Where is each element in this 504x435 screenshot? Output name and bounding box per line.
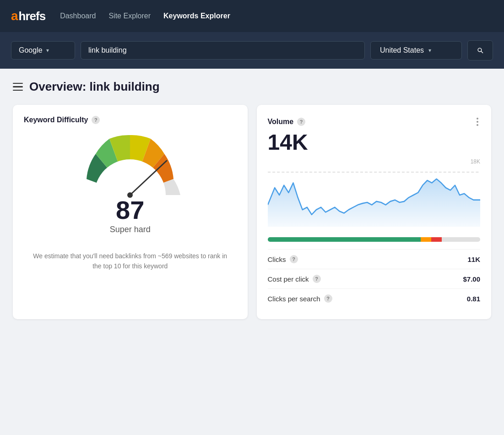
volume-card: Volume ? 14K 18K bbox=[257, 105, 492, 319]
volume-help-icon[interactable]: ? bbox=[297, 118, 305, 126]
page-title: Overview: link building bbox=[29, 80, 160, 94]
cards-row: Keyword Difficulty ? bbox=[13, 105, 491, 319]
kd-description: We estimate that you'll need backlinks f… bbox=[24, 251, 237, 272]
nav-dashboard[interactable]: Dashboard bbox=[60, 12, 96, 20]
progress-red bbox=[431, 237, 442, 242]
cpc-help-icon[interactable]: ? bbox=[313, 275, 321, 283]
page-content: Overview: link building Keyword Difficul… bbox=[0, 69, 504, 330]
cps-stat-row: Clicks per search ? 0.81 bbox=[268, 288, 481, 308]
progress-orange bbox=[421, 237, 431, 242]
gauge-chart bbox=[70, 129, 190, 202]
clicks-label: Clicks ? bbox=[268, 255, 298, 263]
keyword-difficulty-card: Keyword Difficulty ? bbox=[13, 105, 248, 319]
main-nav: Dashboard Site Explorer Keywords Explore… bbox=[60, 12, 230, 20]
volume-more-options[interactable] bbox=[475, 116, 480, 128]
cps-label: Clicks per search ? bbox=[268, 294, 332, 303]
clicks-value: 11K bbox=[467, 256, 480, 263]
engine-select[interactable]: Google ▾ bbox=[11, 41, 75, 60]
kd-help-icon[interactable]: ? bbox=[92, 116, 100, 124]
hamburger-menu-icon[interactable] bbox=[13, 83, 23, 91]
clicks-progress-bar bbox=[268, 237, 481, 242]
volume-card-header: Volume ? bbox=[268, 116, 481, 128]
logo-text: hrefs bbox=[19, 9, 46, 23]
clicks-label-text: Clicks bbox=[268, 256, 286, 263]
kd-score: 87 bbox=[116, 197, 144, 223]
cps-value: 0.81 bbox=[467, 295, 480, 303]
cpc-stat-row: Cost per click ? $7.00 bbox=[268, 269, 481, 288]
clicks-help-icon[interactable]: ? bbox=[290, 255, 298, 263]
volume-label: Volume ? bbox=[268, 118, 306, 126]
logo-icon: a bbox=[11, 9, 18, 23]
progress-green bbox=[268, 237, 421, 242]
engine-label: Google bbox=[19, 46, 43, 54]
country-label: United States bbox=[380, 46, 424, 54]
cpc-value: $7.00 bbox=[463, 275, 480, 283]
volume-chart-area: 18K bbox=[268, 158, 481, 232]
page-title-row: Overview: link building bbox=[13, 80, 491, 94]
country-chevron-icon: ▾ bbox=[428, 47, 431, 54]
chart-y-label: 18K bbox=[471, 158, 480, 165]
kd-label-text: Keyword Difficulty bbox=[24, 116, 88, 124]
cps-label-text: Clicks per search bbox=[268, 295, 320, 303]
nav-keywords-explorer[interactable]: Keywords Explorer bbox=[163, 12, 230, 20]
cpc-label: Cost per click ? bbox=[268, 275, 321, 283]
cps-help-icon[interactable]: ? bbox=[324, 294, 332, 303]
kd-difficulty-label: Super hard bbox=[110, 225, 151, 234]
volume-number: 14K bbox=[268, 130, 481, 155]
search-button[interactable] bbox=[467, 40, 493, 60]
kd-card-label: Keyword Difficulty ? bbox=[24, 116, 237, 124]
keyword-search-input[interactable] bbox=[81, 41, 365, 60]
engine-chevron-icon: ▾ bbox=[46, 47, 67, 54]
header: ahrefs Dashboard Site Explorer Keywords … bbox=[0, 0, 504, 32]
volume-label-text: Volume bbox=[268, 118, 294, 126]
search-bar: Google ▾ United States ▾ bbox=[0, 32, 504, 69]
volume-chart-svg bbox=[268, 158, 481, 232]
search-icon bbox=[477, 46, 483, 55]
cpc-label-text: Cost per click bbox=[268, 275, 309, 283]
clicks-stat-row: Clicks ? 11K bbox=[268, 249, 481, 269]
country-select[interactable]: United States ▾ bbox=[370, 41, 462, 60]
nav-site-explorer[interactable]: Site Explorer bbox=[108, 12, 151, 20]
gauge-container: 87 Super hard bbox=[24, 124, 237, 242]
svg-line-1 bbox=[481, 51, 483, 53]
logo: ahrefs bbox=[11, 9, 45, 23]
